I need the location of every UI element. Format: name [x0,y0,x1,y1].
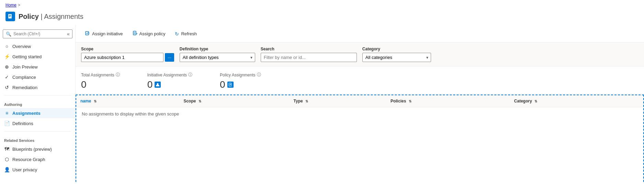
total-assignments-value: 0 [81,79,120,90]
empty-row: No assignments to display within the giv… [76,107,643,121]
filters-row: Scope ··· Definition type All definition… [76,42,644,66]
scope-sort-icon[interactable]: ⇅ [199,99,201,103]
definition-type-label: Definition type [180,47,255,51]
authoring-section-label: Authoring [0,98,75,108]
assignments-icon: ≡ [4,110,10,116]
sidebar-item-compliance[interactable]: ✓ Compliance [0,72,75,82]
column-category[interactable]: Category ⇅ [510,95,643,107]
search-icon: 🔍 [6,32,11,37]
category-filter-group: Category All categories Compute Storage … [362,47,431,62]
sidebar: 🔍 « ○ Overview ⚡ Getting started ⊕ Join … [0,25,76,182]
sidebar-item-remediation[interactable]: ↺ Remediation [0,82,75,93]
svg-rect-2 [9,16,11,16]
sidebar-item-label: Resource Graph [12,157,45,162]
sidebar-item-user-privacy[interactable]: 👤 User privacy [0,164,75,175]
stats-row: Total Assignments ⓘ 0 Initiative Assignm… [76,66,644,95]
sidebar-item-label: Blueprints (preview) [12,147,52,152]
policy-assignments-info-icon[interactable]: ⓘ [257,72,261,78]
sidebar-item-definitions[interactable]: 📄 Definitions [0,118,75,128]
overview-icon: ○ [4,44,10,49]
table-header-row: name ⇅ Scope ⇅ Type ⇅ Policies [76,95,643,107]
name-sort-icon[interactable]: ⇅ [94,99,97,103]
remediation-icon: ↺ [4,85,10,90]
table-container: name ⇅ Scope ⇅ Type ⇅ Policies [76,95,644,182]
sidebar-item-label: Definitions [12,121,33,126]
svg-rect-1 [9,15,11,15]
column-name[interactable]: name ⇅ [76,95,179,107]
assign-initiative-label: Assign initiative [92,31,123,36]
column-type[interactable]: Type ⇅ [290,95,386,107]
category-label: Category [362,47,431,51]
search-input[interactable] [13,32,65,36]
page-title-bar: Policy | Assignments [0,10,644,25]
compliance-icon: ✓ [4,74,10,80]
total-assignments-label: Total Assignments ⓘ [81,72,120,78]
sidebar-item-label: User privacy [12,167,37,172]
initiative-assignments-info-icon[interactable]: ⓘ [188,72,192,78]
sidebar-item-label: Remediation [12,85,37,90]
blueprints-icon: 🗺 [4,146,10,152]
refresh-icon: ↻ [175,31,179,37]
sidebar-search-container[interactable]: 🔍 « [3,29,72,38]
definitions-icon: 📄 [4,121,10,126]
sidebar-item-getting-started[interactable]: ⚡ Getting started [0,51,75,62]
definition-type-filter-group: Definition type All definition types Ini… [180,47,255,62]
total-assignments-stat: Total Assignments ⓘ 0 [81,72,120,90]
assign-initiative-icon [85,31,90,37]
user-privacy-icon: 👤 [4,167,10,172]
getting-started-icon: ⚡ [4,54,10,59]
assign-policy-button[interactable]: Assign policy [128,29,170,39]
scope-input-row: ··· [81,53,174,62]
sidebar-item-overview[interactable]: ○ Overview [0,41,75,51]
sidebar-item-label: Overview [12,44,31,49]
main-content: Assign initiative Assign policy ↻ Refres… [76,25,644,182]
sidebar-item-label: Join Preview [12,64,38,70]
initiative-assignments-stat: Initiative Assignments ⓘ 0 [147,72,192,90]
initiative-badge-icon [155,82,161,88]
scope-label: Scope [81,47,174,51]
toolbar: Assign initiative Assign policy ↻ Refres… [76,25,644,42]
main-layout: 🔍 « ○ Overview ⚡ Getting started ⊕ Join … [0,25,644,182]
search-filter-group: Search [261,47,357,62]
scope-filter-group: Scope ··· [81,47,174,62]
policy-assignments-value: 0 [220,79,261,90]
sidebar-item-assignments[interactable]: ≡ Assignments [0,108,75,118]
policy-assignments-label: Policy Assignments ⓘ [220,72,261,78]
svg-rect-4 [86,32,89,35]
sidebar-item-resource-graph[interactable]: ⬡ Resource Graph [0,154,75,164]
initiative-assignments-value: 0 [147,79,192,90]
svg-rect-0 [8,14,12,19]
svg-rect-3 [9,16,10,17]
empty-message: No assignments to display within the giv… [76,107,643,121]
definition-type-select-wrapper: All definition types Initiative Policy [180,53,255,62]
sidebar-divider-2 [4,131,71,132]
sidebar-item-blueprints[interactable]: 🗺 Blueprints (preview) [0,144,75,154]
category-select[interactable]: All categories Compute Storage Networkin… [362,53,431,62]
sidebar-item-join-preview[interactable]: ⊕ Join Preview [0,62,75,72]
category-sort-icon[interactable]: ⇅ [534,99,537,103]
sidebar-item-label: Getting started [12,54,42,59]
scope-picker-button[interactable]: ··· [165,53,174,62]
policies-sort-icon[interactable]: ⇅ [409,99,411,103]
join-preview-icon: ⊕ [4,64,10,70]
total-assignments-info-icon[interactable]: ⓘ [116,72,120,78]
definition-type-select[interactable]: All definition types Initiative Policy [180,53,255,62]
search-filter-input[interactable] [261,53,357,62]
refresh-button[interactable]: ↻ Refresh [171,29,201,39]
policy-badge-icon [227,82,234,88]
sidebar-item-label: Assignments [12,111,41,116]
scope-input[interactable] [81,53,163,62]
resource-graph-icon: ⬡ [4,157,10,162]
type-sort-icon[interactable]: ⇅ [305,99,308,103]
assignments-table: name ⇅ Scope ⇅ Type ⇅ Policies [76,95,643,121]
column-scope[interactable]: Scope ⇅ [179,95,289,107]
assign-initiative-button[interactable]: Assign initiative [81,29,127,39]
category-select-wrapper: All categories Compute Storage Networkin… [362,53,431,62]
breadcrumb-home[interactable]: Home [5,3,16,8]
page-title: Policy | Assignments [19,13,83,21]
policy-assignments-stat: Policy Assignments ⓘ 0 [220,72,261,90]
sidebar-item-label: Compliance [12,75,36,80]
column-policies[interactable]: Policies ⇅ [386,95,510,107]
sidebar-collapse-button[interactable]: « [67,31,70,37]
refresh-label: Refresh [181,31,197,36]
